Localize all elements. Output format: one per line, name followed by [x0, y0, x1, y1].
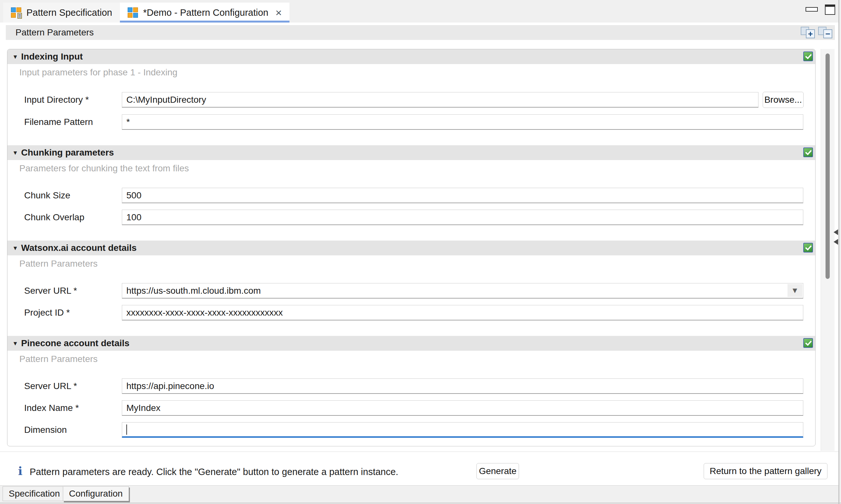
section-valid-check-icon — [803, 338, 813, 348]
watsonx-server-url-field[interactable]: https://us-south.ml.cloud.ibm.com ▼ — [122, 283, 803, 299]
pattern-parameters-header: Pattern Parameters + − — [6, 25, 835, 40]
dimension-field[interactable] — [122, 422, 803, 438]
app-window: Pattern Specification *Demo - Pattern Co… — [0, 0, 841, 504]
form-sections-container: ▾ Indexing Input Input parameters for ph… — [7, 49, 816, 446]
chevron-down-icon[interactable]: ▾ — [14, 244, 17, 252]
text-cursor — [126, 425, 127, 435]
section-title: Pinecone account details — [21, 338, 130, 348]
field-row-index-name: Index Name * MyIndex — [24, 400, 815, 416]
status-separator — [0, 451, 839, 452]
field-label: Server URL * — [24, 381, 122, 391]
section-header[interactable]: ▾ Watsonx.ai account details — [7, 240, 815, 255]
info-icon: i — [18, 465, 22, 476]
field-row-filename-pattern: Filename Pattern * — [24, 114, 815, 130]
section-subtitle: Pattern Parameters — [19, 354, 815, 365]
pattern-configuration-icon — [128, 7, 138, 18]
expand-all-button[interactable]: + — [801, 27, 815, 38]
section-subtitle: Pattern Parameters — [19, 258, 815, 270]
window-right-edge — [838, 0, 839, 504]
chunk-overlap-field[interactable]: 100 — [122, 210, 803, 225]
section-title: Indexing Input — [21, 52, 83, 62]
section-title: Watsonx.ai account details — [21, 243, 137, 253]
field-label: Server URL * — [24, 286, 122, 296]
close-icon[interactable]: × — [275, 8, 282, 17]
chunk-size-field[interactable]: 500 — [122, 188, 803, 203]
tab-specification[interactable]: Specification — [3, 486, 66, 501]
section-watsonx-account: ▾ Watsonx.ai account details Pattern Par… — [7, 240, 815, 336]
pinecone-server-url-field[interactable]: https://api.pinecone.io — [122, 378, 803, 394]
field-label: Project ID * — [24, 308, 122, 318]
field-label: Filename Pattern — [24, 117, 122, 127]
section-pinecone-account: ▾ Pinecone account details Pattern Param… — [7, 336, 815, 446]
field-row-project-id: Project ID * xxxxxxxx-xxxx-xxxx-xxxx-xxx… — [24, 305, 815, 321]
field-row-chunk-size: Chunk Size 500 — [24, 188, 815, 203]
tab-configuration[interactable]: Configuration — [63, 486, 129, 501]
section-valid-check-icon — [803, 52, 813, 61]
field-label: Chunk Size — [24, 190, 122, 201]
collapse-all-button[interactable]: − — [818, 27, 832, 38]
browse-button[interactable]: Browse... — [763, 92, 804, 108]
status-message: Pattern parameters are ready. Click the … — [30, 467, 398, 477]
bottom-tab-bar: Specification Configuration — [0, 485, 839, 503]
tab-pattern-specification[interactable]: Pattern Specification — [3, 3, 120, 22]
field-label: Index Name * — [24, 403, 122, 413]
section-title: Chunking parameters — [21, 147, 114, 158]
collapse-pane-icon[interactable] — [834, 229, 838, 235]
section-chunking-parameters: ▾ Chunking parameters Parameters for chu… — [7, 145, 815, 240]
section-valid-check-icon — [803, 147, 813, 157]
field-row-chunk-overlap: Chunk Overlap 100 — [24, 210, 815, 225]
section-header[interactable]: ▾ Chunking parameters — [7, 145, 815, 160]
window-bottom-edge — [0, 503, 841, 503]
window-controls — [806, 4, 835, 15]
field-label: Dimension — [24, 425, 122, 435]
collapse-pane-icon[interactable] — [834, 239, 838, 245]
dropdown-button[interactable]: ▼ — [788, 284, 802, 297]
field-value: https://us-south.ml.cloud.ibm.com — [126, 286, 261, 296]
scrollbar-thumb[interactable] — [825, 53, 830, 279]
field-row-pinecone-server-url: Server URL * https://api.pinecone.io — [24, 378, 815, 394]
chevron-down-icon[interactable]: ▾ — [14, 339, 17, 347]
maximize-icon[interactable] — [825, 4, 835, 15]
section-subtitle: Input parameters for phase 1 - Indexing — [19, 67, 815, 78]
editor-tabbar: Pattern Specification *Demo - Pattern Co… — [0, 0, 841, 22]
field-row-dimension: Dimension — [24, 422, 815, 438]
return-to-pattern-gallery-button[interactable]: Return to the pattern gallery — [704, 463, 827, 479]
chevron-down-icon[interactable]: ▾ — [14, 149, 17, 157]
index-name-field[interactable]: MyIndex — [122, 400, 803, 416]
project-id-field[interactable]: xxxxxxxx-xxxx-xxxx-xxxx-xxxxxxxxxxxx — [122, 305, 803, 321]
field-label: Chunk Overlap — [24, 212, 122, 222]
chevron-down-icon[interactable]: ▾ — [14, 53, 17, 60]
section-header[interactable]: ▾ Pinecone account details — [7, 336, 815, 351]
minimize-icon[interactable] — [806, 7, 818, 12]
vertical-scrollbar[interactable] — [821, 49, 835, 451]
page-title: Pattern Parameters — [16, 28, 94, 38]
field-row-input-directory: Input Directory * C:\MyInputDirectory Br… — [24, 92, 815, 108]
tab-label: Pattern Specification — [27, 7, 112, 18]
chevron-down-icon: ▼ — [791, 286, 799, 295]
pattern-specification-icon — [11, 7, 21, 18]
section-indexing-input: ▾ Indexing Input Input parameters for ph… — [7, 49, 815, 145]
generate-button[interactable]: Generate — [477, 463, 519, 479]
field-label: Input Directory * — [24, 95, 122, 105]
filename-pattern-field[interactable]: * — [122, 114, 803, 130]
input-directory-field[interactable]: C:\MyInputDirectory — [122, 92, 758, 108]
tab-label: *Demo - Pattern Configuration — [143, 7, 268, 18]
tab-demo-pattern-configuration[interactable]: *Demo - Pattern Configuration × — [120, 3, 290, 22]
section-valid-check-icon — [803, 243, 813, 252]
section-header[interactable]: ▾ Indexing Input — [7, 49, 815, 64]
field-row-watsonx-server-url: Server URL * https://us-south.ml.cloud.i… — [24, 283, 815, 299]
section-subtitle: Parameters for chunking the text from fi… — [19, 163, 815, 174]
